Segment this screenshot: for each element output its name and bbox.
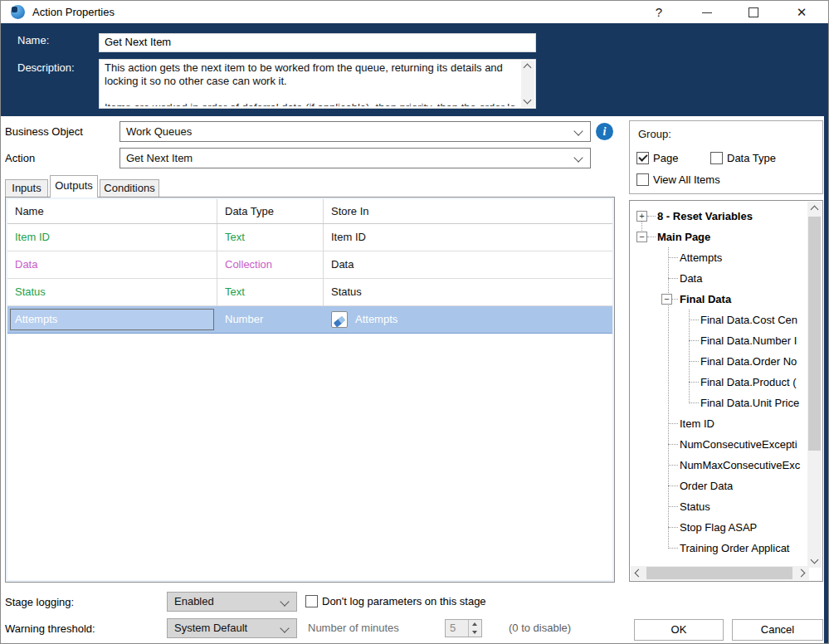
description-scrollbar[interactable] (521, 61, 534, 107)
name-input[interactable]: Get Next Item (99, 33, 536, 52)
table-row[interactable]: Data Collection Data (7, 251, 612, 279)
tree-item-attempts[interactable]: Attempts (630, 247, 808, 268)
tree-item-label: Final Data (680, 289, 731, 310)
data-type-checkbox[interactable] (710, 152, 723, 164)
output-store-in[interactable]: Status (324, 279, 612, 305)
minimize-button[interactable] (693, 1, 721, 23)
scroll-up-button[interactable] (521, 61, 534, 73)
tree-item-final-data-order-no[interactable]: Final Data.Order No (630, 351, 808, 372)
tree-item-reset-variables[interactable]: + 8 - Reset Variables (630, 206, 808, 227)
cancel-button[interactable]: Cancel (732, 619, 823, 641)
tree-connector (668, 527, 678, 528)
dont-log-parameters-label: Don't log parameters on this stage (322, 595, 486, 608)
warning-threshold-label: Warning threshold: (5, 618, 95, 639)
page-checkbox[interactable] (636, 152, 649, 164)
tree-connector (689, 402, 699, 403)
tree-connector (668, 506, 678, 507)
view-all-items-checkbox[interactable] (636, 173, 649, 186)
output-name-input[interactable]: Attempts (10, 309, 214, 330)
spin-up-button[interactable] (469, 620, 481, 628)
close-button[interactable]: ✕ (788, 1, 816, 23)
scroll-right-button[interactable] (795, 566, 809, 580)
maximize-button[interactable] (739, 1, 768, 23)
header-band: Name: Get Next Item Description: This ac… (1, 23, 828, 116)
tree-item-status[interactable]: Status (630, 496, 808, 517)
scrollbar-thumb[interactable] (808, 217, 821, 451)
tree-horizontal-scrollbar[interactable] (631, 566, 809, 580)
minutes-spinner[interactable]: 5 (445, 619, 482, 637)
tree-item-label: Item ID (680, 413, 714, 434)
window-edge-accent (824, 116, 829, 644)
collapse-icon[interactable]: − (636, 232, 647, 242)
tab-outputs[interactable]: Outputs (50, 175, 98, 198)
output-store-in[interactable]: Data (324, 251, 612, 278)
collapse-icon[interactable]: − (661, 294, 672, 305)
table-row[interactable]: Status Text Status (7, 279, 612, 306)
tree-item-label: Order Data (680, 476, 733, 496)
tree-connector (689, 340, 699, 341)
chevron-up-icon (524, 64, 532, 72)
tree-item-order-data[interactable]: Order Data (630, 476, 808, 496)
chevron-down-icon (280, 623, 289, 632)
output-store-in[interactable]: Attempts (355, 306, 397, 333)
warning-threshold-value: System Default (174, 622, 247, 634)
tree-item-data[interactable]: Data (630, 268, 808, 289)
tree-item-final-data[interactable]: − Final Data (630, 289, 808, 310)
spin-down-button[interactable] (469, 628, 481, 637)
tree-viewport: + 8 - Reset Variables − Main Page Attemp… (630, 201, 808, 566)
table-row[interactable]: Item ID Text Item ID (7, 224, 612, 251)
scroll-left-button[interactable] (631, 566, 645, 580)
scroll-down-button[interactable] (521, 95, 534, 107)
business-object-dropdown[interactable]: Work Queues (119, 121, 591, 142)
tree-item-nummaxconsecutiveexceptions[interactable]: NumMaxConsecutiveExc (630, 455, 808, 476)
output-data-type: Text (217, 224, 324, 251)
table-row-selected[interactable]: Attempts Number Attempts (7, 306, 612, 334)
scroll-up-button[interactable] (807, 202, 822, 216)
tree-connector (668, 485, 678, 486)
tree-item-item-id[interactable]: Item ID (630, 413, 808, 434)
chevron-down-icon (811, 556, 819, 564)
scrollbar-thumb[interactable] (646, 567, 792, 579)
tree-connector (689, 382, 699, 383)
description-label: Description: (17, 61, 75, 74)
column-header-name: Name (7, 199, 217, 223)
table-header-row: Name Data Type Store In (7, 199, 612, 224)
tree-item-label: Final Data.Cost Cen (700, 310, 797, 330)
action-dropdown[interactable]: Get Next Item (119, 148, 591, 168)
tree-item-final-data-number[interactable]: Final Data.Number I (630, 330, 808, 351)
tree-vertical-scrollbar[interactable] (807, 202, 822, 568)
ok-button[interactable]: OK (634, 619, 724, 641)
output-store-in[interactable]: Item ID (324, 224, 612, 251)
action-label: Action (5, 148, 35, 168)
scroll-down-button[interactable] (807, 554, 822, 568)
tab-inputs[interactable]: Inputs (5, 179, 48, 198)
tree-connector (689, 320, 699, 320)
warning-threshold-dropdown[interactable]: System Default (167, 618, 297, 638)
tree-connector (672, 299, 678, 300)
column-header-data-type: Data Type (217, 199, 324, 223)
output-data-type: Number (217, 306, 324, 333)
expand-icon[interactable]: + (636, 211, 647, 222)
group-panel: Group: Page Data Type View All Items (629, 120, 823, 194)
info-icon[interactable]: i (596, 123, 613, 140)
tree-item-stop-flag-asap[interactable]: Stop Flag ASAP (630, 517, 808, 538)
minimize-icon (702, 12, 712, 13)
tab-conditions[interactable]: Conditions (100, 179, 159, 198)
store-in-edit-button[interactable] (331, 311, 348, 328)
tree-item-numconsecutiveexceptions[interactable]: NumConsecutiveExcepti (630, 434, 808, 455)
help-button[interactable]: ? (645, 1, 673, 23)
tree-item-training-order-application[interactable]: Training Order Applicat (630, 538, 808, 559)
tree-connector (689, 361, 699, 362)
description-textarea[interactable]: This action gets the next item to be wor… (99, 59, 536, 109)
tree-item-final-data-product[interactable]: Final Data.Product ( (630, 372, 808, 393)
stage-logging-dropdown[interactable]: Enabled (167, 592, 297, 612)
chevron-up-icon (811, 206, 819, 214)
tree-item-label: Main Page (657, 227, 710, 247)
triangle-down-icon (472, 631, 477, 634)
chevron-down-icon (573, 126, 583, 135)
blue-prism-app-icon (11, 5, 25, 19)
tree-item-main-page[interactable]: − Main Page (630, 227, 808, 247)
dont-log-parameters-checkbox[interactable] (305, 595, 318, 607)
tree-item-final-data-cost-centre[interactable]: Final Data.Cost Cen (630, 310, 808, 330)
tree-item-final-data-unit-price[interactable]: Final Data.Unit Price (630, 393, 808, 413)
